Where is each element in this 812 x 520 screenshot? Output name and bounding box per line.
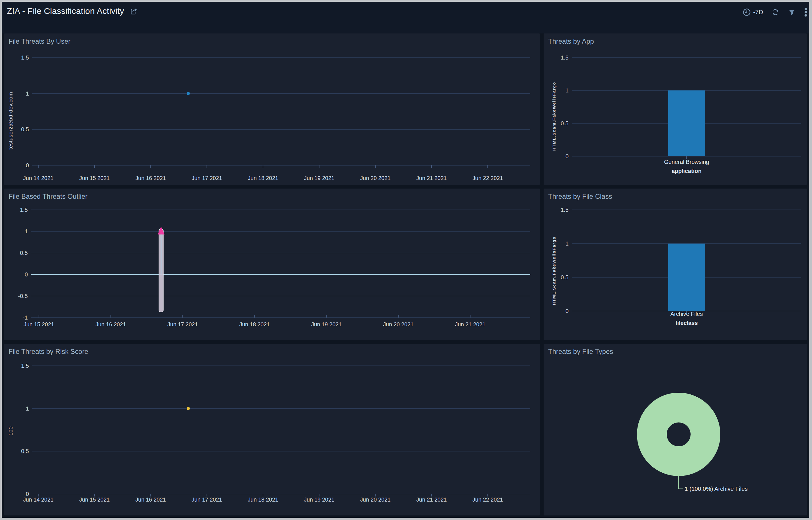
svg-text:100: 100: [8, 426, 14, 436]
page-title: ZIA - File Classification Activity: [7, 6, 124, 16]
svg-text:Jun 14 2021: Jun 14 2021: [23, 496, 53, 503]
svg-text:Jun 14 2021: Jun 14 2021: [23, 175, 53, 181]
time-range-button[interactable]: -7D: [742, 8, 763, 17]
panel-threats-by-file-types[interactable]: Threats by File Types 1 (100.0%) Archive…: [544, 344, 807, 516]
svg-text:Jun 22 2021: Jun 22 2021: [472, 175, 503, 181]
svg-text:Jun 22 2021: Jun 22 2021: [472, 496, 503, 503]
panel-threats-by-app[interactable]: Threats by App 00.511.5HTML.Scam.FakeWel…: [544, 33, 807, 185]
svg-text:1: 1: [26, 90, 29, 97]
svg-text:1.5: 1.5: [561, 207, 569, 213]
svg-text:Jun 18 2021: Jun 18 2021: [248, 496, 278, 503]
svg-text:0.5: 0.5: [21, 448, 29, 454]
panel-title-threats-by-file-types: Threats by File Types: [548, 347, 613, 356]
svg-text:Jun 18 2021: Jun 18 2021: [240, 321, 270, 328]
panel-threats-by-file-class[interactable]: Threats by File Class 00.511.5HTML.Scam.…: [544, 188, 807, 340]
svg-text:1: 1: [565, 240, 569, 247]
dashboard-grid: File Threats By User 00.511.5Jun 14 2021…: [4, 33, 807, 516]
svg-text:Jun 20 2021: Jun 20 2021: [360, 496, 390, 503]
svg-text:0: 0: [26, 162, 29, 168]
filter-icon: [788, 8, 796, 17]
svg-text:1.5: 1.5: [21, 363, 29, 369]
svg-text:HTML.Scam.FakeWellsFargo: HTML.Scam.FakeWellsFargo: [551, 82, 556, 151]
dashboard-header: ZIA - File Classification Activity -7D: [2, 2, 809, 33]
panel-title-file-threats-by-user: File Threats By User: [8, 37, 70, 45]
svg-text:Archive Files: Archive Files: [670, 311, 703, 317]
svg-text:0: 0: [26, 491, 29, 497]
svg-text:1.5: 1.5: [20, 207, 28, 213]
svg-text:1.5: 1.5: [21, 54, 29, 61]
svg-text:0.5: 0.5: [561, 120, 569, 127]
svg-text:1.5: 1.5: [561, 54, 569, 61]
svg-text:0: 0: [25, 271, 28, 278]
svg-text:Jun 15 2021: Jun 15 2021: [79, 175, 109, 181]
share-icon: [129, 6, 139, 16]
svg-text:Jun 16 2021: Jun 16 2021: [96, 321, 126, 328]
svg-text:Jun 18 2021: Jun 18 2021: [248, 175, 278, 181]
svg-text:1 (100.0%) Archive Files: 1 (100.0%) Archive Files: [685, 486, 747, 492]
svg-text:0.5: 0.5: [21, 126, 29, 132]
svg-text:-0.5: -0.5: [18, 293, 28, 299]
svg-text:Jun 19 2021: Jun 19 2021: [311, 321, 342, 328]
svg-text:Jun 20 2021: Jun 20 2021: [383, 321, 413, 328]
panel-file-threats-by-risk-score[interactable]: File Threats by Risk Score 00.511.5Jun 1…: [4, 344, 540, 516]
svg-text:Jun 16 2021: Jun 16 2021: [135, 175, 166, 181]
share-button[interactable]: [129, 6, 139, 16]
svg-text:Jun 15 2021: Jun 15 2021: [24, 321, 54, 328]
svg-text:Jun 15 2021: Jun 15 2021: [79, 496, 109, 503]
svg-text:1: 1: [25, 228, 28, 234]
dashboard-window: ZIA - File Classification Activity -7D: [2, 2, 809, 518]
clock-icon: [742, 8, 751, 17]
svg-text:Jun 21 2021: Jun 21 2021: [455, 321, 486, 328]
svg-text:Jun 21 2021: Jun 21 2021: [416, 496, 447, 503]
threats-by-file-class-chart[interactable]: 00.511.5HTML.Scam.FakeWellsFargoArchive …: [544, 188, 807, 340]
svg-text:1: 1: [565, 87, 569, 94]
svg-text:1: 1: [26, 406, 29, 412]
svg-text:Jun 16 2021: Jun 16 2021: [135, 496, 166, 503]
svg-text:-1: -1: [23, 314, 28, 321]
panel-title-file-threats-by-risk-score: File Threats by Risk Score: [8, 347, 88, 356]
kebab-menu-icon: [804, 7, 808, 17]
svg-text:Jun 19 2021: Jun 19 2021: [304, 496, 334, 503]
panel-title-file-based-threats-outlier: File Based Threats Outlier: [8, 192, 88, 201]
kebab-menu-button[interactable]: [804, 7, 808, 17]
svg-text:HTML.Scam.FakeWellsFargo: HTML.Scam.FakeWellsFargo: [551, 236, 556, 305]
refresh-button[interactable]: [771, 8, 780, 17]
panel-file-threats-by-user[interactable]: File Threats By User 00.511.5Jun 14 2021…: [4, 33, 540, 185]
filter-button[interactable]: [788, 8, 796, 17]
svg-text:0.5: 0.5: [561, 274, 569, 280]
threats-by-app-chart[interactable]: 00.511.5HTML.Scam.FakeWellsFargoGeneral …: [544, 33, 807, 185]
svg-text:testuser2@bd-dev.com: testuser2@bd-dev.com: [8, 92, 14, 150]
svg-text:Jun 19 2021: Jun 19 2021: [304, 175, 334, 181]
file-threats-by-risk-score-chart[interactable]: 00.511.5Jun 14 2021Jun 15 2021Jun 16 202…: [4, 344, 540, 516]
panel-title-threats-by-file-class: Threats by File Class: [548, 192, 612, 201]
svg-text:0: 0: [565, 308, 569, 314]
svg-text:Jun 21 2021: Jun 21 2021: [416, 175, 447, 181]
refresh-icon: [771, 8, 780, 17]
svg-text:0.5: 0.5: [20, 250, 28, 256]
svg-text:fileclass: fileclass: [675, 320, 698, 326]
header-controls: -7D: [742, 2, 809, 17]
svg-text:Jun 17 2021: Jun 17 2021: [192, 175, 222, 181]
svg-text:Jun 20 2021: Jun 20 2021: [360, 175, 390, 181]
time-range-value: -7D: [753, 8, 763, 16]
svg-text:application: application: [671, 168, 702, 174]
svg-text:Jun 17 2021: Jun 17 2021: [167, 321, 198, 328]
file-threats-by-user-chart[interactable]: 00.511.5Jun 14 2021Jun 15 2021Jun 16 202…: [4, 33, 540, 185]
threats-by-file-types-chart[interactable]: 1 (100.0%) Archive Files: [544, 344, 807, 516]
panel-file-based-threats-outlier[interactable]: File Based Threats Outlier -1-0.500.511.…: [4, 188, 540, 340]
file-based-threats-outlier-chart[interactable]: -1-0.500.511.5Jun 15 2021Jun 16 2021Jun …: [4, 188, 540, 340]
svg-text:Jun 17 2021: Jun 17 2021: [192, 496, 222, 503]
svg-text:General Browsing: General Browsing: [664, 159, 709, 165]
panel-title-threats-by-app: Threats by App: [548, 37, 594, 45]
svg-text:0: 0: [565, 153, 569, 159]
